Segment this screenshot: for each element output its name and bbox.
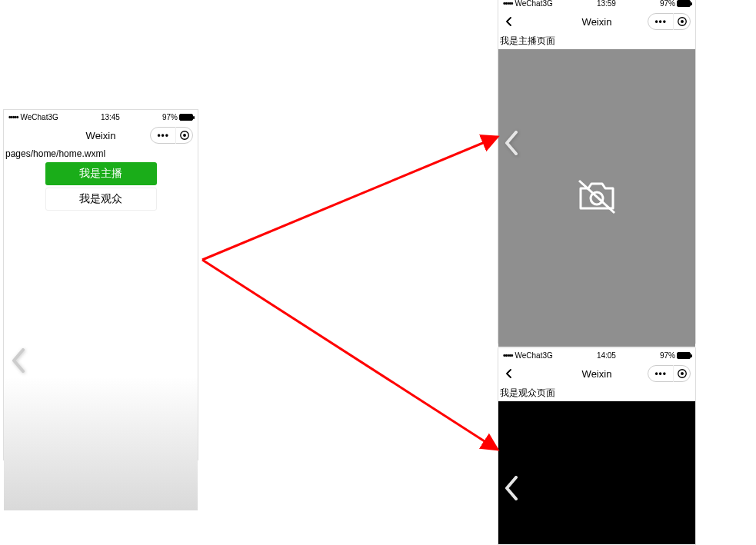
carrier-label: WeChat3G <box>515 351 553 360</box>
more-icon[interactable]: ••• <box>151 131 175 140</box>
no-camera-icon <box>574 178 619 219</box>
close-target-icon[interactable] <box>175 127 192 144</box>
nav-bar: Weixin ••• <box>498 10 695 33</box>
nav-title: Weixin <box>582 16 612 28</box>
battery-icon <box>677 0 691 7</box>
nav-title: Weixin <box>86 130 116 141</box>
capsule-menu[interactable]: ••• <box>648 13 691 30</box>
signal-dots-icon: ••••• <box>8 113 18 121</box>
clock-label: 13:59 <box>597 0 616 8</box>
broadcaster-body <box>498 49 695 347</box>
page-label: 我是观众页面 <box>498 385 695 401</box>
status-bar: ••••• WeChat3G 14:05 97% <box>498 348 695 362</box>
audience-body <box>498 401 695 544</box>
close-target-icon[interactable] <box>673 365 690 382</box>
back-chevron-icon[interactable] <box>505 17 514 26</box>
capsule-menu[interactable]: ••• <box>648 365 691 382</box>
capsule-menu[interactable]: ••• <box>150 127 193 144</box>
close-target-icon[interactable] <box>673 13 690 30</box>
signal-dots-icon: ••••• <box>503 0 513 8</box>
chevron-left-icon[interactable] <box>503 130 520 159</box>
status-bar: ••••• WeChat3G 13:45 97% <box>4 110 198 124</box>
status-bar: ••••• WeChat3G 13:59 97% <box>498 0 695 10</box>
clock-label: 13:45 <box>101 113 120 121</box>
back-chevron-icon[interactable] <box>505 369 514 378</box>
phone-audience: ••••• WeChat3G 14:05 97% Weixin ••• 我是观众… <box>498 347 696 545</box>
signal-dots-icon: ••••• <box>503 351 513 360</box>
svg-point-3 <box>681 20 684 23</box>
page-label: 我是主播页面 <box>498 33 695 49</box>
carrier-label: WeChat3G <box>515 0 553 8</box>
battery-icon <box>179 114 193 121</box>
arrow-to-audience <box>202 260 498 450</box>
chevron-left-icon[interactable] <box>503 475 520 504</box>
battery-percent: 97% <box>660 351 675 360</box>
more-icon[interactable]: ••• <box>648 369 673 378</box>
battery-percent: 97% <box>162 113 178 121</box>
broadcaster-button[interactable]: 我是主播 <box>45 162 157 185</box>
battery-percent: 97% <box>660 0 675 8</box>
page-path-label: pages/home/home.wxml <box>4 147 198 161</box>
svg-point-7 <box>681 372 684 375</box>
home-body <box>4 214 198 510</box>
svg-point-1 <box>183 134 186 137</box>
clock-label: 14:05 <box>597 351 616 360</box>
nav-bar: Weixin ••• <box>498 362 695 385</box>
nav-bar: Weixin ••• <box>4 124 198 147</box>
arrow-to-broadcaster <box>202 137 498 260</box>
chevron-left-icon[interactable] <box>10 347 27 377</box>
carrier-label: WeChat3G <box>21 113 58 121</box>
battery-icon <box>677 352 691 359</box>
audience-button[interactable]: 我是观众 <box>45 188 157 211</box>
nav-title: Weixin <box>582 368 612 380</box>
phone-home: ••••• WeChat3G 13:45 97% Weixin ••• page… <box>3 109 198 460</box>
phone-broadcaster: ••••• WeChat3G 13:59 97% Weixin ••• 我是主播… <box>498 0 696 344</box>
more-icon[interactable]: ••• <box>648 17 673 26</box>
